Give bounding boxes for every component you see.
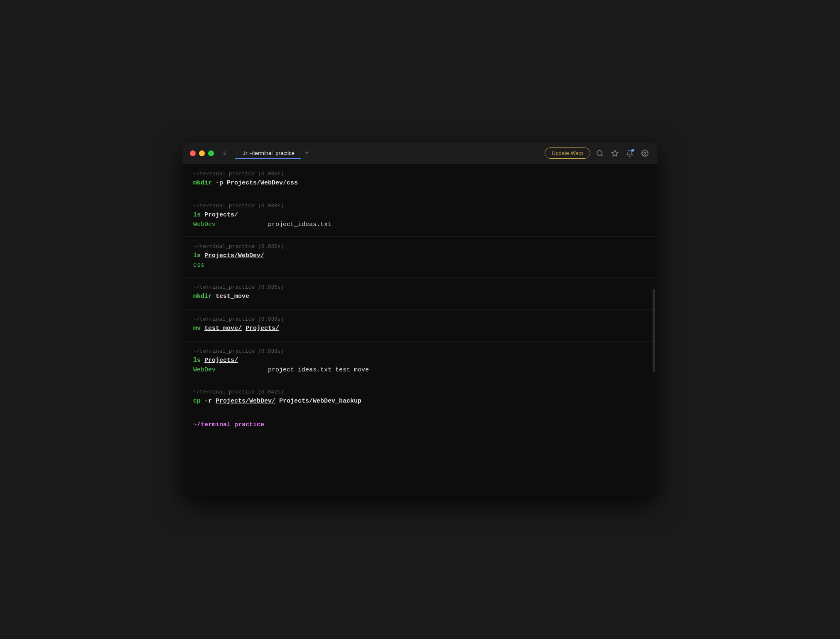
prompt-info: ~/terminal_practice (0.039s): [193, 316, 647, 322]
command-args: -p Projects/WebDev/css: [216, 179, 298, 187]
output-col1: WebDev: [193, 221, 268, 228]
command-block: ~/terminal_practice (0.035s) mkdir test_…: [183, 278, 657, 310]
command-verb: ls: [193, 252, 201, 259]
command-path: Projects/WebDev/: [204, 252, 264, 259]
command-verb: mkdir: [193, 293, 212, 300]
prompt-info: ~/terminal_practice (0.038s): [193, 348, 647, 354]
svg-point-0: [597, 150, 602, 155]
command-args: test_move: [216, 293, 249, 300]
active-tab[interactable]: ..ir:~/terminal_practice: [235, 147, 301, 159]
prompt-info: ~/terminal_practice (0.036s): [193, 171, 647, 177]
output-line: css: [193, 262, 647, 269]
command-verb: cp: [193, 398, 201, 405]
command-line: ls Projects/: [193, 357, 647, 364]
command-line: ls Projects/WebDev/: [193, 252, 647, 259]
terminal-content: ~/terminal_practice (0.036s) mkdir -p Pr…: [183, 164, 657, 496]
command-block: ~/terminal_practice (0.036s) ls Projects…: [183, 237, 657, 278]
command-path: Projects/: [204, 357, 238, 364]
output-col1: WebDev: [193, 366, 268, 374]
command-line: cp -r Projects/WebDev/ Projects/WebDev_b…: [193, 398, 647, 405]
prompt-info: ~/terminal_practice (0.038s): [193, 203, 647, 209]
titlebar: ⊡ ..ir:~/terminal_practice + Update Warp: [183, 143, 657, 164]
sidebar-toggle-icon[interactable]: ⊡: [222, 149, 226, 157]
command-dest: Projects/WebDev_backup: [279, 398, 361, 405]
command-line: ls Projects/: [193, 211, 647, 219]
output-row: WebDev project_ideas.txt: [193, 221, 647, 228]
command-verb: mv: [193, 325, 201, 332]
command-block: ~/terminal_practice (0.042s) cp -r Proje…: [183, 382, 657, 414]
prompt-info: ~/terminal_practice (0.035s): [193, 284, 647, 290]
command-line: mkdir test_move: [193, 293, 647, 300]
output-col2: project_ideas.txt test_move: [268, 366, 369, 374]
traffic-lights: [190, 150, 214, 156]
current-prompt: ~/terminal_practice: [183, 414, 657, 445]
svg-point-3: [644, 152, 646, 154]
tab-label: ..ir:~/terminal_practice: [241, 150, 295, 156]
command-verb: ls: [193, 211, 201, 219]
command-line: mv test_move/ Projects/: [193, 325, 647, 332]
notifications-icon[interactable]: [624, 148, 635, 159]
prompt-info: ~/terminal_practice (0.036s): [193, 243, 647, 250]
command-block: ~/terminal_practice (0.036s) mkdir -p Pr…: [183, 164, 657, 196]
output-col2: project_ideas.txt: [268, 221, 332, 228]
prompt-text: ~/terminal_practice: [193, 421, 264, 428]
command-line: mkdir -p Projects/WebDev/css: [193, 179, 647, 187]
command-verb: ls: [193, 357, 201, 364]
notification-badge: [631, 149, 634, 152]
svg-line-1: [601, 155, 602, 156]
command-block: ~/terminal_practice (0.038s) ls Projects…: [183, 196, 657, 237]
maximize-button[interactable]: [208, 150, 214, 156]
command-src: test_move/: [204, 325, 242, 332]
svg-marker-2: [612, 150, 618, 156]
warp-drive-icon[interactable]: [609, 148, 620, 159]
prompt-info: ~/terminal_practice (0.042s): [193, 389, 647, 395]
command-dest: Projects/: [246, 325, 279, 332]
terminal-window: ⊡ ..ir:~/terminal_practice + Update Warp: [183, 143, 657, 496]
command-path: Projects/: [204, 211, 238, 219]
command-src: Projects/WebDev/: [216, 398, 275, 405]
tab-bar: ..ir:~/terminal_practice +: [235, 147, 540, 159]
close-button[interactable]: [190, 150, 196, 156]
command-block: ~/terminal_practice (0.038s) ls Projects…: [183, 342, 657, 382]
command-block: ~/terminal_practice (0.039s) mv test_mov…: [183, 310, 657, 342]
command-flag: -r: [204, 398, 216, 405]
update-warp-button[interactable]: Update Warp: [545, 147, 590, 159]
command-verb: mkdir: [193, 179, 212, 187]
scrollbar[interactable]: [653, 289, 655, 372]
minimize-button[interactable]: [199, 150, 205, 156]
titlebar-actions: Update Warp: [545, 147, 650, 159]
search-icon[interactable]: [594, 148, 605, 159]
settings-icon[interactable]: [639, 148, 650, 159]
output-row: WebDev project_ideas.txt test_move: [193, 366, 647, 374]
new-tab-button[interactable]: +: [301, 147, 312, 159]
